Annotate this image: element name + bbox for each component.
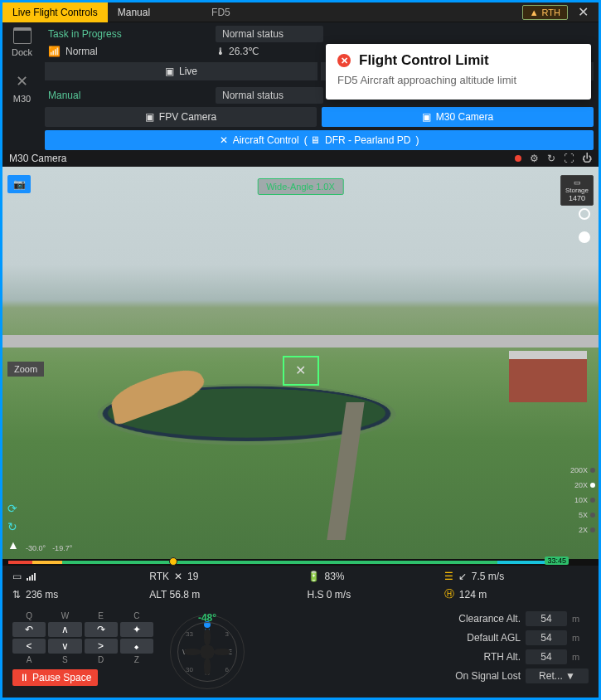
left-nav: Dock ✕ M30	[2, 22, 41, 150]
progress-time: 33:45	[545, 557, 569, 565]
altitude-settings: Clearance Alt. 54 m Default AGL 54 m RTH…	[406, 611, 589, 683]
gear-icon[interactable]: ⚙	[530, 153, 539, 164]
dock-status-pill: Normal status	[216, 26, 323, 42]
camera-button[interactable]: 📷	[7, 175, 31, 193]
nav-m30[interactable]: ✕ M30	[13, 72, 31, 104]
zoom-scale[interactable]: 200X 20X 10X 5X 2X	[570, 466, 595, 534]
clearance-unit: m	[572, 614, 589, 624]
clearance-alt-label: Clearance Alt.	[406, 613, 521, 625]
top-tab-bar: Live Flight Controls Manual FD5 ▲ RTH ✕	[2, 2, 599, 22]
live-bar[interactable]: ▣ Live	[45, 62, 317, 80]
progress-knob[interactable]	[169, 557, 177, 566]
storage-label: Storage	[563, 187, 591, 194]
fullscreen-icon[interactable]: ⛶	[564, 153, 574, 164]
record-icon[interactable]	[515, 155, 521, 162]
latency: ⇅236 ms	[12, 587, 136, 601]
power-icon[interactable]: ⏻	[582, 153, 592, 164]
m30-cam-label: M30 Camera	[436, 111, 493, 123]
pause-button[interactable]: ⏸ Pause Space	[12, 669, 98, 686]
key-rotate-left[interactable]: ↶	[12, 622, 46, 637]
gimbal-controls[interactable]: ⟳ ↻ ▲	[7, 503, 22, 554]
tab-manual[interactable]: Manual	[108, 2, 160, 22]
tab-fd5[interactable]: FD5	[201, 2, 240, 22]
rth-alt-label: RTH Alt.	[406, 651, 521, 663]
storage-value: 1470	[563, 194, 591, 202]
video-header: M30 Camera ⚙ ↻ ⛶ ⏻	[2, 150, 599, 167]
video-title: M30 Camera	[9, 153, 66, 164]
rth-icon: ▲	[530, 7, 539, 17]
zoom-button[interactable]: Zoom	[7, 362, 44, 377]
signal-lost-label: On Signal Lost	[406, 670, 521, 682]
battery-level: 🔋83%	[308, 571, 431, 582]
clearance-alt-field[interactable]: 54	[526, 611, 567, 626]
wind-speed: ☰↙7.5 m/s	[444, 571, 589, 582]
live-icon: ▣	[165, 66, 174, 77]
gimbal-yaw: -19.7°	[52, 544, 72, 552]
fpv-camera-button[interactable]: ▣ FPV Camera	[45, 107, 317, 127]
rth-button[interactable]: ▲ RTH	[522, 5, 568, 20]
keylbl-d: D	[85, 655, 118, 664]
compass: -48° N E S W 33 3 30 6	[170, 615, 245, 689]
home-distance: Ⓗ124 m	[444, 587, 589, 601]
compass-rotor-icon	[191, 635, 224, 668]
live-label: Live	[179, 66, 197, 77]
zoom-10x[interactable]: 10X	[574, 496, 595, 504]
m30-camera-button[interactable]: ▣ M30 Camera	[322, 107, 594, 127]
gimbal-lock-icon[interactable]: ▲	[7, 539, 22, 554]
target-reticle	[283, 356, 319, 386]
telemetry-bar: ▭ RTK✕19 🔋83% ☰↙7.5 m/s ⇅236 ms ALT 56.8…	[2, 566, 599, 606]
key-down[interactable]: ∨	[48, 639, 81, 654]
dock-icon	[13, 27, 32, 44]
fpv-icon: ▣	[145, 111, 154, 123]
m30-status-pill: Normal status	[216, 87, 323, 104]
video-feed: 📷 Wide-Angle 1.0X Zoom ▭ Storage 1470 20…	[2, 167, 599, 559]
dock-mode: Normal	[65, 46, 98, 57]
aircraft-control-bar[interactable]: ✕ Aircraft Control ( 🖥 DFR - Pearland PD…	[45, 130, 594, 150]
keylbl-c: C	[120, 611, 153, 620]
drone-icon: ✕	[16, 72, 28, 90]
refresh-icon[interactable]: ↻	[547, 153, 555, 164]
zoom-5x[interactable]: 5X	[579, 511, 595, 519]
keylbl-z: Z	[120, 655, 153, 664]
key-left[interactable]: <	[12, 639, 46, 654]
scene-road	[2, 335, 599, 347]
circle-filled-icon[interactable]	[579, 231, 590, 243]
m30-manual-label: Manual	[45, 88, 211, 103]
nav-m30-label: M30	[13, 94, 31, 104]
key-diamond[interactable]: ⬥	[120, 639, 153, 654]
error-icon: ✕	[337, 54, 351, 67]
wide-angle-label[interactable]: Wide-Angle 1.0X	[257, 178, 344, 195]
gimbal-down-icon[interactable]: ↻	[7, 521, 22, 536]
key-c[interactable]: ✦	[120, 622, 153, 637]
default-agl-field[interactable]: 54	[526, 630, 567, 645]
nav-dock-label: Dock	[12, 47, 32, 57]
zoom-200x[interactable]: 200X	[570, 466, 595, 474]
nav-dock[interactable]: Dock	[12, 27, 32, 57]
key-up[interactable]: ∧	[48, 622, 81, 637]
key-right[interactable]: >	[85, 639, 118, 654]
tab-live-flight[interactable]: Live Flight Controls	[2, 2, 108, 22]
zoom-20x[interactable]: 20X	[574, 481, 595, 489]
keylbl-a: A	[12, 655, 46, 664]
gimbal-reset-icon[interactable]: ⟳	[7, 503, 22, 518]
key-rotate-right[interactable]: ↷	[85, 622, 118, 637]
rtk-satellites: RTK✕19	[149, 571, 293, 582]
keylbl-e: E	[85, 611, 118, 620]
storage-indicator: ▭ Storage 1470	[560, 175, 594, 206]
keylbl-s: S	[48, 655, 81, 664]
horizontal-speed: H.S 0 m/s	[308, 587, 431, 601]
progress-bar[interactable]: 33:45	[2, 559, 599, 566]
temp-icon: 🌡	[216, 46, 225, 57]
close-icon[interactable]: ✕	[573, 4, 594, 20]
bottom-controls: Q W E C ↶ ∧ ↷ ✦ < ∨ > ⬥ A	[2, 606, 599, 698]
circle-outline-icon[interactable]	[579, 208, 590, 220]
aircraft-control-label: Aircraft Control	[233, 134, 299, 146]
rth-alt-field[interactable]: 54	[526, 649, 567, 664]
dock-temp: 26.3℃	[229, 46, 259, 57]
signal-lost-select[interactable]: Ret... ▼	[526, 668, 589, 683]
alert-title: Flight Control Limit	[359, 52, 489, 68]
default-agl-unit: m	[572, 633, 589, 643]
zoom-2x[interactable]: 2X	[579, 526, 595, 534]
m30-cam-icon: ▣	[422, 111, 431, 123]
aircraft-dfr: DFR - Pearland PD	[325, 134, 410, 146]
